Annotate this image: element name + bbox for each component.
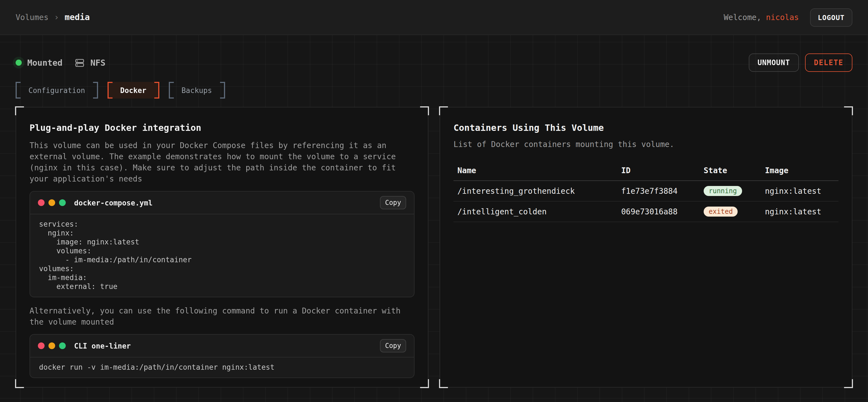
tab-backups[interactable]: Backups [168, 82, 225, 99]
containers-table: Name ID State Image /interesting_grothen… [454, 164, 838, 222]
welcome-text: Welcome, nicolas [724, 13, 799, 22]
column-header-id: ID [621, 166, 704, 175]
nfs-badge: NFS [75, 58, 105, 68]
compose-code: services: nginx: image: nginx:latest vol… [30, 214, 414, 297]
state-cell: running [704, 186, 765, 196]
window-dot-red-icon [38, 342, 44, 349]
welcome-prefix: Welcome, [724, 13, 766, 22]
compose-code-block: docker-compose.yml Copy services: nginx:… [30, 191, 414, 297]
tab-docker[interactable]: Docker [107, 82, 159, 99]
cell-container-image: nginx:latest [765, 207, 838, 216]
compose-filename: docker-compose.yml [74, 199, 380, 207]
corner-mark-icon [439, 379, 448, 388]
cell-container-id: f1e73e7f3884 [621, 187, 704, 195]
bracket-right-icon [93, 82, 98, 99]
tab-bar: Configuration Docker Backups [16, 82, 852, 99]
status-group: Mounted NFS [16, 58, 105, 68]
topbar: Volumes › media Welcome, nicolas LOGOUT [0, 0, 868, 35]
logout-button[interactable]: LOGOUT [810, 8, 852, 27]
cli-code-block: CLI one-liner Copy docker run -v im-medi… [30, 334, 414, 378]
panels-row: Plug-and-play Docker integration This vo… [16, 107, 852, 388]
bracket-left-icon [168, 82, 174, 99]
containers-panel-title: Containers Using This Volume [454, 122, 838, 134]
cli-code: docker run -v im-media:/path/in/containe… [30, 358, 414, 377]
window-dots [38, 342, 66, 349]
cli-code-header: CLI one-liner Copy [30, 335, 414, 358]
breadcrumb-volumes-link[interactable]: Volumes [16, 13, 49, 22]
mounted-label: Mounted [27, 58, 62, 68]
corner-mark-icon [844, 106, 853, 115]
table-header-row: Name ID State Image [454, 164, 838, 181]
window-dot-green-icon [59, 342, 66, 349]
corner-mark-icon [420, 379, 429, 388]
table-row: /intelligent_colden 069e73016a88 exited … [454, 202, 838, 222]
compose-code-header: docker-compose.yml Copy [30, 192, 414, 214]
column-header-image: Image [765, 166, 838, 175]
compose-copy-button[interactable]: Copy [380, 196, 406, 209]
corner-mark-icon [439, 106, 448, 115]
table-row: /interesting_grothendieck f1e73e7f3884 r… [454, 181, 838, 202]
cell-container-name: /intelligent_colden [457, 207, 621, 216]
tab-configuration-label: Configuration [21, 82, 93, 99]
docker-panel-title: Plug-and-play Docker integration [30, 122, 414, 134]
state-badge: running [704, 186, 742, 196]
containers-panel-subtitle: List of Docker containers mounting this … [454, 139, 838, 150]
app: Volumes › media Welcome, nicolas LOGOUT … [0, 0, 868, 402]
cli-intro-text: Alternatively, you can use the following… [30, 305, 414, 327]
tab-docker-label: Docker [113, 82, 154, 99]
containers-panel: Containers Using This Volume List of Doc… [440, 107, 852, 388]
docker-integration-panel: Plug-and-play Docker integration This vo… [16, 107, 428, 388]
window-dot-green-icon [59, 199, 66, 206]
main-content: Mounted NFS UNMOUNT DELET [0, 35, 868, 402]
breadcrumb-current: media [65, 12, 90, 22]
mounted-status: Mounted [16, 58, 62, 68]
window-dots [38, 199, 66, 206]
column-header-state: State [704, 166, 765, 175]
state-badge: exited [704, 207, 738, 216]
action-group: UNMOUNT DELETE [748, 54, 852, 72]
volume-header-row: Mounted NFS UNMOUNT DELET [16, 35, 852, 72]
corner-mark-icon [15, 379, 24, 388]
cell-container-id: 069e73016a88 [621, 207, 704, 216]
corner-mark-icon [15, 106, 24, 115]
bracket-left-icon [107, 82, 113, 99]
chevron-right-icon: › [54, 12, 59, 22]
column-header-name: Name [457, 166, 621, 175]
bracket-right-icon [154, 82, 159, 99]
docker-panel-description: This volume can be used in your Docker C… [30, 140, 414, 184]
server-stack-icon [75, 58, 85, 68]
window-dot-yellow-icon [49, 199, 55, 206]
bracket-right-icon [220, 82, 225, 99]
state-cell: exited [704, 207, 765, 216]
corner-mark-icon [844, 379, 853, 388]
delete-button[interactable]: DELETE [805, 54, 852, 72]
unmount-button[interactable]: UNMOUNT [748, 54, 799, 72]
window-dot-yellow-icon [49, 342, 55, 349]
mounted-dot-icon [16, 60, 22, 66]
cell-container-name: /interesting_grothendieck [457, 187, 621, 195]
nfs-label: NFS [90, 58, 105, 68]
tab-configuration[interactable]: Configuration [16, 82, 98, 99]
topbar-right: Welcome, nicolas LOGOUT [724, 8, 852, 27]
cli-filename: CLI one-liner [74, 342, 380, 350]
bracket-left-icon [16, 82, 21, 99]
cell-container-image: nginx:latest [765, 187, 838, 195]
window-dot-red-icon [38, 199, 44, 206]
corner-mark-icon [420, 106, 429, 115]
tab-backups-label: Backups [174, 82, 220, 99]
username: nicolas [766, 13, 799, 22]
cli-copy-button[interactable]: Copy [380, 339, 406, 353]
breadcrumb: Volumes › media [16, 12, 90, 22]
